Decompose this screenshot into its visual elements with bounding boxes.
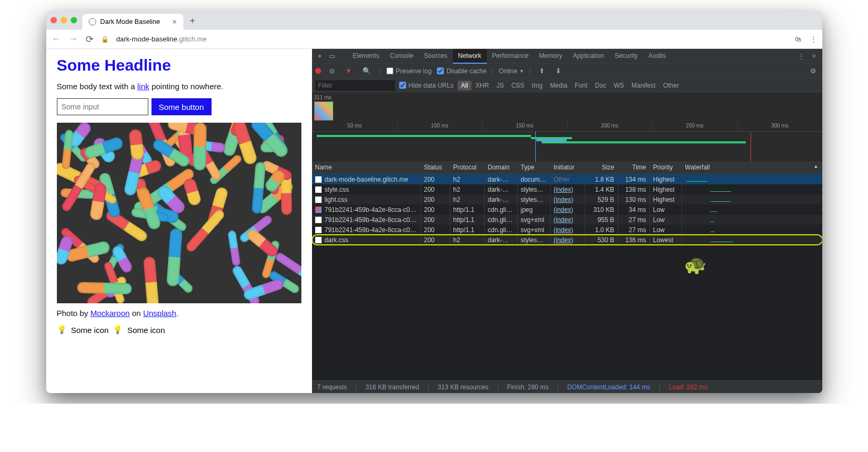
body-text: Some body text with a link pointing to n… [57,82,301,91]
filter-toggle-icon[interactable]: ▼ [343,65,355,76]
filmstrip-thumbnail [314,101,333,121]
network-overview[interactable]: 311 ms 50 ms100 ms150 ms200 ms250 ms300 … [312,92,822,161]
devtools-panel: ⌖ ▭ ElementsConsoleSourcesNetworkPerform… [312,49,822,393]
tab-title: Dark Mode Baseline [100,18,161,25]
globe-icon [89,18,96,25]
ruler-tick: 50 ms [312,121,397,131]
column-header-waterfall[interactable]: Waterfall ▲ [682,161,822,174]
network-status-bar: 7 requests| 316 KB transferred| 313 KB r… [312,380,822,393]
back-button[interactable]: ← [52,33,61,45]
url-display[interactable]: dark-mode-baseline.glitch.me [116,35,207,43]
devtools-tab-performance[interactable]: Performance [487,49,534,64]
clear-button[interactable]: ⊘ [326,65,338,76]
devtools-tab-elements[interactable]: Elements [348,49,385,64]
devtools-tab-audits[interactable]: Audits [643,49,671,64]
network-row[interactable]: 791b2241-459b-4a2e-8cca-c0fdc2…200http/1… [312,215,822,225]
extensions-icon[interactable]: 🛍 [795,35,802,43]
devtools-close-icon[interactable]: × [810,50,819,62]
type-filter-css[interactable]: CSS [508,81,528,90]
network-filter-bar: Hide data URLs AllXHRJSCSSImgMediaFontDo… [312,79,822,92]
dcl-marker [535,132,536,161]
type-filter-ws[interactable]: WS [611,81,627,90]
text-input[interactable] [57,98,148,115]
network-row[interactable]: light.css200h2dark-mo…stylesheet(index)5… [312,194,822,204]
resources-size: 313 KB resources [438,383,488,391]
column-header-name[interactable]: Name [312,161,421,174]
network-settings-icon[interactable]: ⚙ [807,65,819,76]
forward-button[interactable]: → [69,33,78,45]
close-window-button[interactable] [50,17,57,23]
filter-input[interactable] [315,80,395,91]
type-filter-font[interactable]: Font [571,81,591,90]
column-header-domain[interactable]: Domain [485,161,518,174]
rendered-page: Some Headline Some body text with a link… [46,49,312,393]
browser-tab-strip: Dark Mode Baseline × ＋ [46,11,822,30]
type-filter-media[interactable]: Media [547,81,571,90]
transferred-size: 316 KB transferred [366,383,419,391]
image-caption: Photo by Mockaroon on Unsplash. [57,309,301,318]
network-row[interactable]: dark.css200h2dark-mo…stylesheet(index)53… [312,235,822,245]
overview-bars [312,132,822,161]
column-header-initiator[interactable]: Initiator [551,161,585,174]
devtools-tab-console[interactable]: Console [385,49,419,64]
page-headline: Some Headline [57,56,301,74]
devtools-menu-icon[interactable]: ⋮ [795,50,807,62]
inspect-icon[interactable]: ⌖ [315,50,324,62]
reload-button[interactable]: ⟳ [86,33,94,45]
record-button[interactable] [315,68,321,74]
ruler-tick: 100 ms [397,121,482,131]
body-link[interactable]: link [137,82,149,91]
ruler-tick: 200 ms [567,121,652,131]
network-row[interactable]: 791b2241-459b-4a2e-8cca-c0fdc2…200http/1… [312,225,822,235]
new-tab-button[interactable]: ＋ [188,14,197,27]
type-filter-all[interactable]: All [458,81,471,90]
ruler-tick: 250 ms [652,121,737,131]
browser-tab[interactable]: Dark Mode Baseline × [82,14,183,30]
maximize-window-button[interactable] [71,17,77,23]
close-tab-icon[interactable]: × [172,18,176,26]
network-row[interactable]: style.css200h2dark-mo…stylesheet(index)1… [312,184,822,194]
preserve-log-checkbox[interactable]: Preserve log [386,67,432,75]
load-marker [751,132,751,161]
devtools-tab-sources[interactable]: Sources [419,49,453,64]
column-header-priority[interactable]: Priority [650,161,682,174]
type-filter-js[interactable]: JS [493,81,507,90]
ruler-tick: 150 ms [482,121,567,131]
download-icon[interactable]: ⬇ [553,65,564,76]
caption-author-link[interactable]: Mockaroon [90,309,130,318]
devtools-main-tabs: ⌖ ▭ ElementsConsoleSourcesNetworkPerform… [312,49,822,64]
minimize-window-button[interactable] [61,17,67,23]
lock-icon[interactable]: 🔒 [101,36,109,43]
column-header-type[interactable]: Type [518,161,551,174]
network-table-header[interactable]: NameStatusProtocolDomainTypeInitiatorSiz… [312,161,822,174]
type-filter-xhr[interactable]: XHR [473,81,492,90]
devtools-tab-security[interactable]: Security [609,49,643,64]
devtools-tab-application[interactable]: Application [568,49,610,64]
column-header-size[interactable]: Size [585,161,618,174]
column-header-time[interactable]: Time [618,161,650,174]
caption-source-link[interactable]: Unsplash [143,309,176,318]
type-filter-other[interactable]: Other [660,81,682,90]
network-toolbar: ⊘ ▼ 🔍 | Preserve log Disable cache | Onl… [312,64,822,79]
throttling-select[interactable]: Online ▼ [499,67,524,75]
browser-window: Dark Mode Baseline × ＋ ← → ⟳ 🔒 dark-mode… [46,11,822,393]
disable-cache-checkbox[interactable]: Disable cache [437,67,486,75]
turtle-emoji: 🐢 [684,254,706,275]
load-time: Load: 282 ms [669,383,707,391]
network-row[interactable]: dark-mode-baseline.glitch.me200h2dark-mo… [312,174,822,184]
column-header-status[interactable]: Status [421,161,450,174]
device-toolbar-icon[interactable]: ▭ [326,50,338,62]
upload-icon[interactable]: ⬆ [536,65,547,76]
column-header-protocol[interactable]: Protocol [450,161,485,174]
search-icon[interactable]: 🔍 [360,65,374,76]
hide-data-urls-checkbox[interactable]: Hide data URLs [399,82,454,89]
time-ruler: 50 ms100 ms150 ms200 ms250 ms300 ms [312,121,822,132]
type-filter-manifest[interactable]: Manifest [628,81,659,90]
browser-menu-icon[interactable]: ⋮ [810,35,817,43]
type-filter-img[interactable]: Img [529,81,546,90]
type-filter-doc[interactable]: Doc [592,81,609,90]
devtools-tab-memory[interactable]: Memory [534,49,567,64]
some-button[interactable]: Some button [151,98,212,115]
devtools-tab-network[interactable]: Network [453,49,487,64]
network-row[interactable]: 791b2241-459b-4a2e-8cca-c0fdc2…200http/1… [312,204,822,215]
